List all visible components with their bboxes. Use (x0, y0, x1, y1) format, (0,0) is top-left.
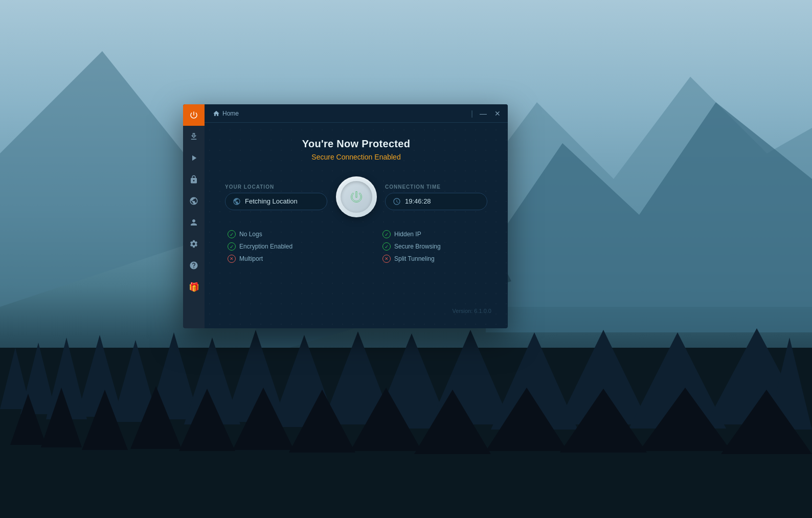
time-value: 19:46:28 (405, 197, 431, 205)
feature-multiport: ✕ Multiport (228, 255, 330, 263)
protected-title: You're Now Protected (302, 138, 411, 150)
home-icon (213, 110, 220, 117)
sidebar-item-play[interactable] (183, 147, 205, 169)
user-icon (189, 218, 198, 227)
lock-icon (189, 175, 198, 184)
version-bar: Version: 6.1.0.0 (215, 304, 498, 318)
version-text: Version: 6.1.0.0 (453, 308, 491, 314)
check-icon-no-logs: ✓ (228, 230, 236, 238)
feature-secure-browsing: ✓ Secure Browsing (382, 242, 485, 251)
sidebar-item-settings[interactable] (183, 233, 205, 255)
power-icon (189, 110, 198, 120)
check-icon-encryption: ✓ (228, 242, 236, 251)
home-nav: Home (213, 110, 239, 117)
x-icon-multiport: ✕ (228, 255, 236, 263)
feature-split-tunneling-label: Split Tunneling (394, 255, 435, 262)
features-left: ✓ No Logs ✓ Encryption Enabled ✕ Multipo… (228, 230, 330, 263)
gift-icon: 🎁 (189, 282, 199, 292)
location-value: Fetching Location (225, 193, 327, 210)
globe-icon (233, 197, 241, 206)
secure-connection-label: Secure Connection Enabled (311, 153, 400, 161)
power-button-inner (341, 181, 372, 213)
sidebar-item-gift[interactable]: 🎁 (183, 276, 205, 298)
download-icon (189, 132, 198, 141)
connection-time-box: CONNECTION TIME 19:46:28 (385, 184, 487, 210)
features-row: ✓ No Logs ✓ Encryption Enabled ✕ Multipo… (215, 230, 498, 263)
location-label: YOUR LOCATION (225, 184, 327, 190)
sidebar-item-ip[interactable] (183, 190, 205, 212)
connection-time-label: CONNECTION TIME (385, 184, 487, 190)
connection-time-value: 19:46:28 (385, 193, 487, 210)
feature-encryption: ✓ Encryption Enabled (228, 242, 330, 251)
home-label: Home (222, 110, 239, 117)
title-bar: Home | — ✕ (205, 104, 508, 123)
close-button[interactable]: ✕ (491, 107, 504, 120)
feature-hidden-ip-label: Hidden IP (394, 231, 421, 238)
check-icon-secure-browsing: ✓ (382, 242, 391, 251)
feature-split-tunneling: ✕ Split Tunneling (382, 255, 485, 263)
power-button[interactable] (336, 176, 377, 217)
feature-secure-browsing-label: Secure Browsing (394, 243, 441, 250)
app-window: 🎁 Home | — ✕ You're Now Protected Secure… (183, 104, 508, 328)
check-icon-hidden-ip: ✓ (382, 230, 391, 238)
play-icon (189, 153, 198, 163)
clock-icon (393, 197, 401, 206)
sidebar-item-user[interactable] (183, 212, 205, 233)
feature-no-logs-label: No Logs (239, 231, 262, 238)
sidebar-item-lock[interactable] (183, 169, 205, 190)
main-content: Home | — ✕ You're Now Protected Secure C… (205, 104, 508, 328)
sidebar-item-download[interactable] (183, 126, 205, 147)
feature-hidden-ip: ✓ Hidden IP (382, 230, 485, 238)
title-bar-divider: | (471, 109, 473, 118)
info-row: YOUR LOCATION Fetching Location (215, 176, 498, 217)
content-area: You're Now Protected Secure Connection E… (205, 123, 508, 328)
features-right: ✓ Hidden IP ✓ Secure Browsing ✕ Split Tu… (382, 230, 485, 263)
feature-multiport-label: Multiport (239, 255, 263, 262)
sidebar: 🎁 (183, 104, 205, 328)
feature-no-logs: ✓ No Logs (228, 230, 330, 238)
sidebar-item-power[interactable] (183, 104, 205, 126)
power-button-icon (349, 190, 364, 204)
ip-icon (189, 196, 198, 206)
feature-encryption-label: Encryption Enabled (239, 243, 292, 250)
fetching-location-text: Fetching Location (245, 197, 298, 205)
x-icon-split-tunneling: ✕ (382, 255, 391, 263)
gear-icon (189, 239, 198, 249)
help-icon (189, 261, 198, 270)
power-button-container (336, 176, 377, 217)
minimize-button[interactable]: — (477, 107, 489, 120)
sidebar-item-help[interactable] (183, 255, 205, 276)
location-box: YOUR LOCATION Fetching Location (225, 184, 327, 210)
